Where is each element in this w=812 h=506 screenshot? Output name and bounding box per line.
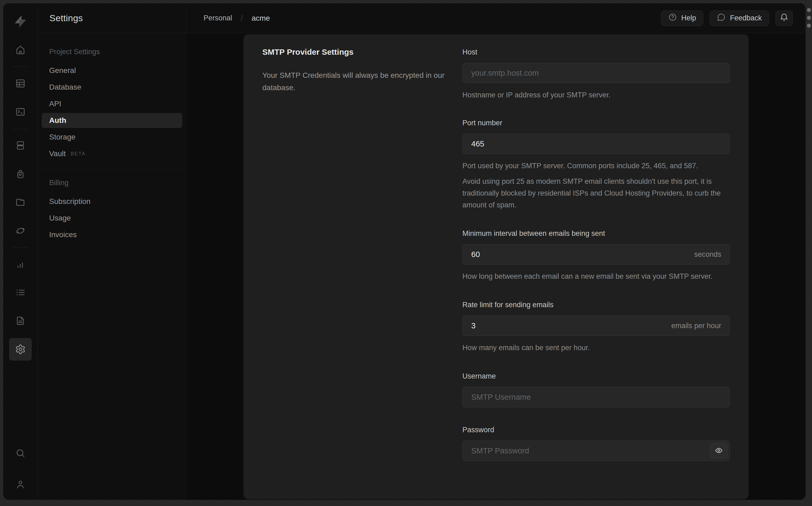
sidebar-item-api[interactable]: API: [42, 96, 182, 111]
sql-editor-icon[interactable]: [13, 104, 28, 119]
menu-group-project-settings: Project Settings: [42, 48, 182, 56]
rail-divider: [12, 247, 29, 248]
page-title: Settings: [50, 13, 83, 23]
eye-icon: [715, 446, 723, 455]
host-input[interactable]: [462, 63, 730, 83]
interval-input[interactable]: [462, 244, 730, 264]
feedback-button[interactable]: Feedback: [710, 10, 769, 26]
reports-chart-icon[interactable]: [13, 257, 28, 272]
rate-field-group: Rate limit for sending emails emails per…: [462, 300, 730, 354]
help-circle-icon: [668, 13, 677, 23]
settings-panel-header: Settings: [38, 3, 187, 33]
smtp-section-info: SMTP Provider Settings Your SMTP Credent…: [262, 47, 448, 487]
menu-group-billing: Billing: [42, 179, 182, 187]
password-field-group: Password: [462, 424, 730, 461]
topbar: Personal / acme Help: [187, 3, 806, 33]
speech-bubble-icon: [717, 13, 726, 23]
database-icon[interactable]: [13, 138, 28, 153]
interval-helper: How long between each email can a new em…: [462, 270, 730, 282]
port-field-group: Port number Port used by your SMTP serve…: [462, 117, 730, 211]
interval-label: Minimum interval between emails being se…: [462, 228, 730, 239]
toggle-password-visibility-button[interactable]: [710, 443, 727, 458]
rate-helper: How many emails can be sent per hour.: [462, 342, 730, 354]
username-label: Username: [462, 371, 730, 382]
content-area: SMTP Provider Settings Your SMTP Credent…: [187, 33, 806, 500]
breadcrumb-separator: /: [241, 14, 243, 23]
sidebar-item-storage[interactable]: Storage: [42, 130, 182, 145]
user-profile-icon[interactable]: [13, 477, 28, 492]
bell-icon: [780, 13, 789, 24]
breadcrumb-org[interactable]: Personal: [204, 14, 232, 22]
help-button[interactable]: Help: [661, 10, 704, 26]
notifications-bell-button[interactable]: [776, 10, 793, 26]
sidebar-item-usage[interactable]: Usage: [42, 210, 182, 226]
settings-menu: Project Settings General Database API Au…: [38, 33, 187, 500]
desktop: { "rail": { "logo_icon": "supabase-zap-l…: [0, 0, 812, 506]
search-icon[interactable]: [13, 446, 28, 461]
settings-gear-icon[interactable]: [9, 338, 32, 360]
auth-lock-icon[interactable]: [13, 166, 28, 181]
port-input[interactable]: [462, 134, 730, 154]
breadcrumb-project[interactable]: acme: [251, 14, 270, 22]
icon-rail: [3, 3, 38, 500]
host-helper: Hostname or IP address of your SMTP serv…: [462, 89, 730, 101]
topbar-actions: Help Feedback: [661, 10, 793, 26]
supabase-logo-icon[interactable]: [13, 14, 28, 29]
rail-divider: [12, 67, 29, 67]
section-description: Your SMTP Credentials will always be enc…: [262, 69, 448, 94]
section-title: SMTP Provider Settings: [262, 47, 448, 58]
beta-badge: BETA: [71, 151, 86, 157]
breadcrumb: Personal / acme: [204, 14, 270, 23]
smtp-settings-card: SMTP Provider Settings Your SMTP Credent…: [243, 34, 749, 499]
rate-input[interactable]: [462, 316, 730, 336]
menu-divider: [42, 169, 182, 170]
host-label: Host: [462, 47, 730, 58]
app-window: Settings Project Settings General Databa…: [3, 3, 806, 500]
password-input[interactable]: [462, 440, 730, 461]
host-field-group: Host Hostname or IP address of your SMTP…: [462, 47, 730, 101]
username-field-group: Username: [462, 371, 730, 407]
storage-icon[interactable]: [13, 195, 28, 210]
sidebar-item-general[interactable]: General: [42, 63, 182, 78]
sidebar-item-subscription[interactable]: Subscription: [42, 194, 182, 209]
password-label: Password: [462, 424, 730, 435]
smtp-form: Host Hostname or IP address of your SMTP…: [462, 47, 730, 487]
sidebar-item-invoices[interactable]: Invoices: [42, 227, 182, 242]
port-helper: Port used by your SMTP server. Common po…: [462, 160, 730, 172]
sidebar-item-vault[interactable]: Vault BETA: [42, 146, 182, 161]
docs-file-icon[interactable]: [13, 313, 28, 328]
scrollbar-dots[interactable]: [806, 8, 811, 28]
sidebar-item-auth[interactable]: Auth: [42, 113, 182, 128]
home-icon[interactable]: [13, 43, 28, 58]
port-note: Avoid using port 25 as modern SMTP email…: [462, 175, 730, 211]
port-label: Port number: [462, 117, 730, 128]
edge-functions-icon[interactable]: [13, 223, 28, 238]
table-editor-icon[interactable]: [13, 76, 28, 91]
rate-label: Rate limit for sending emails: [462, 300, 730, 310]
sidebar-item-database[interactable]: Database: [42, 80, 182, 95]
logs-list-icon[interactable]: [13, 285, 28, 300]
interval-field-group: Minimum interval between emails being se…: [462, 228, 730, 282]
username-input[interactable]: [462, 387, 730, 407]
